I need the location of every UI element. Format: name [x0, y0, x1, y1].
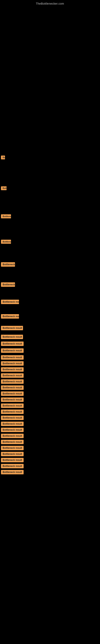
bottleneck-result-label: Bottleneck result [1, 348, 24, 353]
bottleneck-result-label: Bottleneck result [1, 335, 23, 339]
list-item: Bottleneck result [1, 326, 100, 332]
list-item: Bottleneck result [1, 314, 100, 320]
bottleneck-result-label: Bottleneck result [1, 282, 15, 287]
list-item: Bottleneck result [1, 214, 100, 220]
bottleneck-result-label: Bottleneck result [1, 386, 24, 390]
list-item: Bottleneck result [1, 445, 100, 450]
bottleneck-result-label: Bottleneck result [1, 410, 24, 414]
bottleneck-result-label: Bottleneck result [1, 398, 24, 402]
list-item: Bottleneck result [1, 470, 100, 475]
list-item: Bottleneck result [1, 373, 100, 378]
bottleneck-result-label: Bottleneck result [1, 416, 24, 420]
list-item: Bottleneck result [1, 282, 100, 288]
list-item: Bottleneck result [1, 299, 100, 305]
bottleneck-result-label: Bottleneck result [1, 300, 19, 304]
list-item: Bottleneck result [1, 355, 100, 360]
bottleneck-result-label: Bottleneck result [1, 355, 24, 360]
list-item: Bottleneck result [1, 439, 100, 444]
list-item: Bottleneck result [1, 433, 100, 438]
list-item: Bottleneck result [1, 464, 100, 469]
bottleneck-result-label: Bottleneck result [1, 458, 24, 462]
bottleneck-result-label: Bottleneck result [1, 373, 24, 378]
bottleneck-result-label: Bottleneck result [1, 422, 24, 426]
bottleneck-result-label: Bottleneck result [1, 186, 7, 190]
list-item: Bottleneck result [1, 452, 100, 457]
bottleneck-result-label: Bottleneck result [1, 440, 24, 444]
list-item: Bottleneck result [1, 385, 100, 390]
list-item: Bottleneck result [1, 421, 100, 426]
bottleneck-result-label: Bottleneck result [1, 379, 24, 384]
bottleneck-result-label: Bottleneck result [1, 156, 5, 160]
bottleneck-result-label: Bottleneck result [1, 314, 19, 318]
bottleneck-result-label: Bottleneck result [1, 434, 24, 438]
bottleneck-result-label: Bottleneck result [1, 464, 24, 468]
site-title: TheBottlenecker.com [0, 0, 100, 6]
bottleneck-result-label: Bottleneck result [1, 326, 23, 330]
list-item: Bottleneck result [1, 186, 100, 192]
bottleneck-result-label: Bottleneck result [1, 240, 11, 244]
list-item: Bottleneck result [1, 334, 100, 340]
bottleneck-result-label: Bottleneck result [1, 446, 24, 450]
bottleneck-result-label: Bottleneck result [1, 367, 24, 372]
bottleneck-result-label: Bottleneck result [1, 452, 24, 456]
list-item: Bottleneck result [1, 391, 100, 396]
list-item: Bottleneck result [1, 427, 100, 432]
bottleneck-result-label: Bottleneck result [1, 470, 24, 474]
bottleneck-result-label: Bottleneck result [1, 262, 15, 267]
bottleneck-result-label: Bottleneck result [1, 404, 24, 408]
bottleneck-list: Bottleneck resultBottleneck resultBottle… [0, 155, 100, 480]
list-item: Bottleneck result [1, 239, 100, 245]
bottleneck-result-label: Bottleneck result [1, 214, 11, 218]
list-item: Bottleneck result [1, 361, 100, 366]
list-item: Bottleneck result [1, 458, 100, 463]
list-item: Bottleneck result [1, 155, 100, 160]
list-item: Bottleneck result [1, 415, 100, 420]
list-item: Bottleneck result [1, 409, 100, 414]
bottleneck-result-label: Bottleneck result [1, 392, 24, 396]
list-item: Bottleneck result [1, 348, 100, 354]
list-item: Bottleneck result [1, 367, 100, 372]
bottleneck-result-label: Bottleneck result [1, 361, 24, 366]
list-item: Bottleneck result [1, 397, 100, 402]
bottleneck-result-label: Bottleneck result [1, 342, 24, 346]
list-item: Bottleneck result [1, 403, 100, 408]
list-item: Bottleneck result [1, 262, 100, 268]
list-item: Bottleneck result [1, 379, 100, 384]
list-item: Bottleneck result [1, 341, 100, 347]
bottleneck-result-label: Bottleneck result [1, 428, 24, 432]
